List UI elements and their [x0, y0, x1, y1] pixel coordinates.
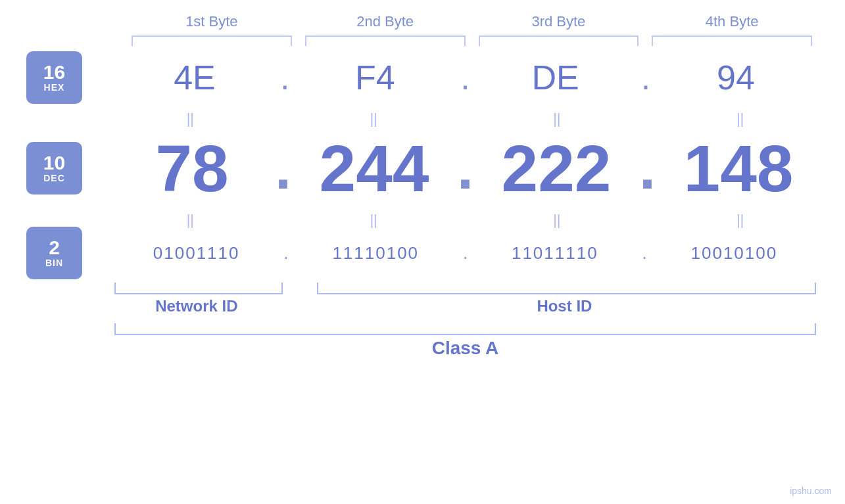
- nh-label-row: Network ID Host ID: [112, 297, 819, 315]
- dec-dot2: .: [454, 139, 476, 198]
- hex-badge: 16 HEX: [26, 51, 82, 104]
- hex-byte1: 4E: [112, 58, 278, 97]
- bin-dot3: .: [639, 244, 649, 262]
- watermark: ipshu.com: [790, 486, 832, 496]
- byte4-header: 4th Byte: [645, 13, 819, 30]
- dec-byte4: 148: [658, 131, 819, 206]
- hex-dot3: .: [639, 60, 653, 95]
- dec-byte2: 244: [294, 131, 454, 206]
- dec-badge: 10 DEC: [26, 142, 82, 195]
- network-id-label: Network ID: [112, 297, 281, 315]
- bin-base-number: 2: [49, 238, 60, 258]
- bin-byte4: 10010100: [650, 243, 819, 263]
- dec-values: 78 . 244 . 222 . 148: [26, 131, 819, 206]
- hex-dot1: .: [278, 60, 292, 95]
- eq2-b2: ||: [295, 210, 452, 230]
- eq1-b4: ||: [662, 109, 819, 129]
- bin-base-label: BIN: [45, 258, 63, 268]
- nh-bracket-row: [112, 283, 819, 294]
- dec-row: 10 DEC 78 . 244 . 222 . 148: [26, 129, 819, 208]
- bracket-byte1: [132, 35, 292, 46]
- bin-byte2: 11110100: [291, 243, 460, 263]
- bracket-byte2: [305, 35, 466, 46]
- dec-base-label: DEC: [43, 173, 65, 183]
- hex-byte3: DE: [473, 58, 639, 97]
- bin-values: 01001110 . 11110100 . 11011110 . 1001010…: [26, 243, 819, 263]
- hex-base-label: HEX: [44, 82, 65, 93]
- bin-row: 2 BIN 01001110 . 11110100 . 11011110 . 1…: [26, 230, 819, 276]
- main-container: 1st Byte 2nd Byte 3rd Byte 4th Byte 16 H…: [0, 0, 845, 504]
- byte3-header: 3rd Byte: [472, 13, 646, 30]
- class-a-label: Class A: [112, 338, 819, 359]
- class-bracket: [114, 323, 816, 335]
- byte2-header: 2nd Byte: [299, 13, 472, 30]
- bracket-byte4: [652, 35, 812, 46]
- dec-dot1: .: [272, 139, 294, 198]
- eq2-b1: ||: [112, 210, 269, 230]
- byte-headers: 1st Byte 2nd Byte 3rd Byte 4th Byte: [26, 13, 819, 30]
- eq2-b3: ||: [479, 210, 636, 230]
- host-bracket: [317, 283, 816, 294]
- eq1-b1: ||: [112, 109, 269, 129]
- bracket-byte3: [479, 35, 639, 46]
- equal-row-2: || || || ||: [26, 210, 819, 230]
- bin-dot1: .: [281, 244, 291, 262]
- host-id-label: Host ID: [310, 297, 819, 315]
- byte1-header: 1st Byte: [125, 13, 299, 30]
- bin-badge: 2 BIN: [26, 227, 82, 279]
- hex-byte4: 94: [653, 58, 819, 97]
- dec-dot3: .: [637, 139, 658, 198]
- top-brackets: [26, 35, 819, 46]
- eq2-b4: ||: [662, 210, 819, 230]
- network-bracket: [114, 283, 283, 294]
- dec-byte3: 222: [476, 131, 637, 206]
- hex-values: 4E . F4 . DE . 94: [26, 58, 819, 97]
- hex-byte2: F4: [292, 58, 458, 97]
- equal-row-1: || || || ||: [26, 109, 819, 129]
- hex-row: 16 HEX 4E . F4 . DE . 94: [26, 51, 819, 104]
- dec-byte1: 78: [112, 131, 272, 206]
- class-area: Class A: [26, 323, 819, 359]
- dec-base-number: 10: [43, 153, 65, 173]
- hex-base-number: 16: [43, 62, 65, 82]
- network-host-area: Network ID Host ID: [26, 283, 819, 315]
- bin-byte3: 11011110: [470, 243, 639, 263]
- nh-label-spacer: [281, 297, 310, 315]
- bin-dot2: .: [460, 244, 470, 262]
- eq1-b2: ||: [295, 109, 452, 129]
- eq1-b3: ||: [479, 109, 636, 129]
- hex-dot2: .: [458, 60, 472, 95]
- bin-byte1: 01001110: [112, 243, 281, 263]
- rows-area: 16 HEX 4E . F4 . DE . 94 || || || ||: [26, 51, 819, 359]
